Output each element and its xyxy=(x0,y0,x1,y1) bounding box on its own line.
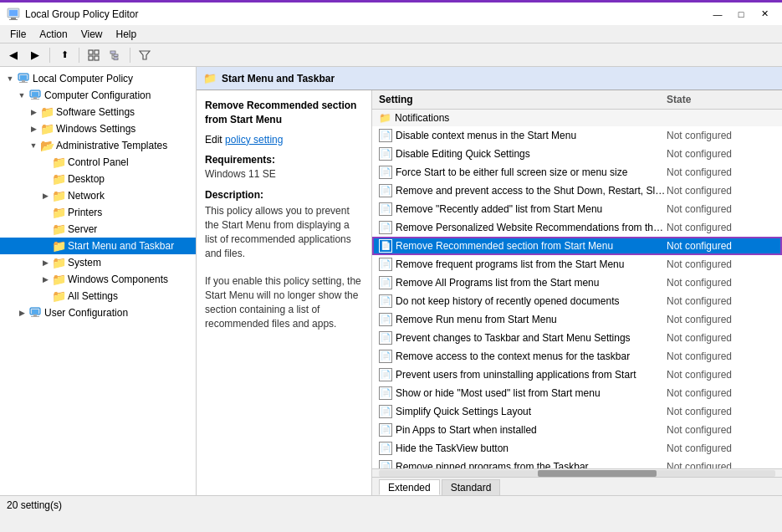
setting-state: Not configured xyxy=(667,258,775,270)
settings-list[interactable]: 📁 Notifications 📄 Disable context menus … xyxy=(372,110,782,468)
settings-row[interactable]: 📄 Remove access to the context menus for… xyxy=(372,347,782,366)
svg-rect-24 xyxy=(32,309,38,314)
setting-state: Not configured xyxy=(667,277,775,289)
back-button[interactable]: ◀ xyxy=(3,46,23,64)
settings-row[interactable]: 📄 Remove "Recently added" list from Star… xyxy=(372,200,782,218)
requirements-text: Windows 11 SE xyxy=(205,167,363,182)
scrollbar-thumb[interactable] xyxy=(538,470,657,477)
settings-row[interactable]: 📄 Do not keep history of recently opened… xyxy=(372,292,782,310)
tree-item-software-settings[interactable]: ▶ 📁 Software Settings xyxy=(0,104,196,120)
setting-label: Show or hide "Most used" list from Start… xyxy=(396,387,667,399)
menu-help[interactable]: Help xyxy=(110,27,144,42)
settings-row[interactable]: 📄 Force Start to be either full screen s… xyxy=(372,163,782,182)
tree-item-server[interactable]: ▶ 📁 Server xyxy=(0,221,196,238)
close-button[interactable]: ✕ xyxy=(754,6,775,23)
settings-row[interactable]: 📄 Disable Editing Quick Settings Not con… xyxy=(372,145,782,163)
svg-rect-2 xyxy=(11,18,16,19)
menu-file[interactable]: File xyxy=(3,27,33,42)
settings-row[interactable]: 📄 Remove frequent programs list from the… xyxy=(372,255,782,274)
policy-setting-link[interactable]: policy setting xyxy=(225,134,283,146)
tree-item-start-menu[interactable]: ▶ 📁 Start Menu and Taskbar xyxy=(0,238,196,254)
setting-label: Remove access to the context menus for t… xyxy=(396,350,667,362)
svg-rect-8 xyxy=(110,51,115,54)
settings-row[interactable]: 📄 Remove Personalized Website Recommenda… xyxy=(372,218,782,237)
policy-icon: 📄 xyxy=(379,129,392,142)
tree-item-windows-settings[interactable]: ▶ 📁 Windows Settings xyxy=(0,120,196,137)
tree-item-desktop[interactable]: ▶ 📁 Desktop xyxy=(0,171,196,187)
breadcrumb-bar: 📁 Start Menu and Taskbar xyxy=(197,67,782,90)
filter-button[interactable] xyxy=(135,46,155,64)
menu-bar: File Action View Help xyxy=(0,25,782,43)
tree-label: Windows Settings xyxy=(56,123,135,135)
svg-rect-9 xyxy=(114,54,118,57)
menu-view[interactable]: View xyxy=(74,27,110,42)
tree-item-printers[interactable]: ▶ 📁 Printers xyxy=(0,204,196,221)
settings-row[interactable]: 📄 Show or hide "Most used" list from Sta… xyxy=(372,384,782,402)
tree-item-local-computer-policy[interactable]: ▼ Local Computer Policy xyxy=(0,70,196,87)
settings-row[interactable]: 📄 Pin Apps to Start when installed Not c… xyxy=(372,421,782,439)
expand-icon: ▶ xyxy=(15,306,28,320)
tree-item-admin-templates[interactable]: ▼ 📂 Administrative Templates xyxy=(0,137,196,154)
settings-row[interactable]: 📄 Prevent users from uninstalling applic… xyxy=(372,366,782,384)
settings-panel: Setting State 📁 Notifications 📄 Disable … xyxy=(372,90,782,495)
settings-row[interactable]: 📄 Hide the TaskView button Not configure… xyxy=(372,439,782,458)
tree-item-all-settings[interactable]: ▶ 📁 All Settings xyxy=(0,288,196,304)
menu-action[interactable]: Action xyxy=(33,27,74,42)
tree-item-user-config[interactable]: ▶ User Configuration xyxy=(0,304,196,321)
tree-item-network[interactable]: ▶ 📁 Network xyxy=(0,187,196,204)
policy-icon: 📄 xyxy=(379,442,392,455)
setting-state: Not configured xyxy=(667,130,775,141)
policy-icon: 📄 xyxy=(379,276,392,289)
policy-icon: 📄 xyxy=(379,368,392,381)
tab-standard[interactable]: Standard xyxy=(442,479,501,495)
tree-item-windows-components[interactable]: ▶ 📁 Windows Components xyxy=(0,271,196,288)
horizontal-scrollbar[interactable] xyxy=(372,468,782,477)
show-hide-button[interactable] xyxy=(84,46,104,64)
tab-extended[interactable]: Extended xyxy=(379,479,440,495)
tree-label: Software Settings xyxy=(56,106,135,118)
folder-open-icon: 📂 xyxy=(40,139,54,152)
svg-rect-7 xyxy=(95,56,99,60)
minimize-button[interactable]: — xyxy=(707,6,728,23)
settings-row[interactable]: 📄 Remove pinned programs from the Taskba… xyxy=(372,458,782,468)
settings-row[interactable]: 📄 Remove All Programs list from the Star… xyxy=(372,274,782,292)
scrollbar-track[interactable] xyxy=(379,470,775,477)
window-controls: — □ ✕ xyxy=(707,6,775,23)
settings-header: Setting State xyxy=(372,90,782,110)
window-title: Local Group Policy Editor xyxy=(25,8,138,20)
svg-rect-16 xyxy=(20,75,27,79)
setting-label: Remove frequent programs list from the S… xyxy=(396,258,667,270)
setting-state: Not configured xyxy=(667,387,775,399)
description-label: Description: xyxy=(205,189,363,201)
col-state-header: State xyxy=(667,94,775,105)
settings-row[interactable]: 📄 Disable context menus in the Start Men… xyxy=(372,126,782,145)
computer-config-icon xyxy=(28,89,42,102)
tree-item-computer-config[interactable]: ▼ Computer Configuration xyxy=(0,87,196,104)
settings-row[interactable]: 📄 Remove Run menu from Start Menu Not co… xyxy=(372,310,782,329)
settings-row[interactable]: 📄 Remove and prevent access to the Shut … xyxy=(372,182,782,200)
expand-icon: ▼ xyxy=(27,139,40,152)
policy-icon: 📄 xyxy=(379,166,392,179)
desc-edit: Edit policy setting xyxy=(205,134,363,146)
setting-label: Disable Editing Quick Settings xyxy=(396,148,667,160)
up-button[interactable]: ⬆ xyxy=(54,46,74,64)
setting-label: Force Start to be either full screen siz… xyxy=(396,166,667,178)
folder-icon: 📁 xyxy=(52,273,65,286)
forward-button[interactable]: ▶ xyxy=(25,46,45,64)
maximize-button[interactable]: □ xyxy=(730,6,752,23)
tree-item-control-panel[interactable]: ▶ 📁 Control Panel xyxy=(0,154,196,171)
desc-description-section: Description: This policy allows you to p… xyxy=(205,189,363,330)
setting-label: Do not keep history of recently opened d… xyxy=(396,295,667,307)
settings-row[interactable]: 📄 Prevent changes to Taskbar and Start M… xyxy=(372,329,782,347)
settings-row[interactable]: 📄 Simplify Quick Settings Layout Not con… xyxy=(372,402,782,421)
app-icon xyxy=(7,8,20,21)
tree-label: System xyxy=(68,257,101,269)
tree-label: Computer Configuration xyxy=(44,90,151,101)
tree-panel[interactable]: ▼ Local Computer Policy ▼ xyxy=(0,67,197,495)
settings-row-selected[interactable]: 📄 Remove Recommended section from Start … xyxy=(372,237,782,255)
svg-rect-1 xyxy=(9,10,18,16)
tree-button[interactable] xyxy=(105,46,125,64)
tree-label: All Settings xyxy=(68,290,118,302)
tree-item-system[interactable]: ▶ 📁 System xyxy=(0,254,196,271)
col-setting-header: Setting xyxy=(379,94,667,105)
